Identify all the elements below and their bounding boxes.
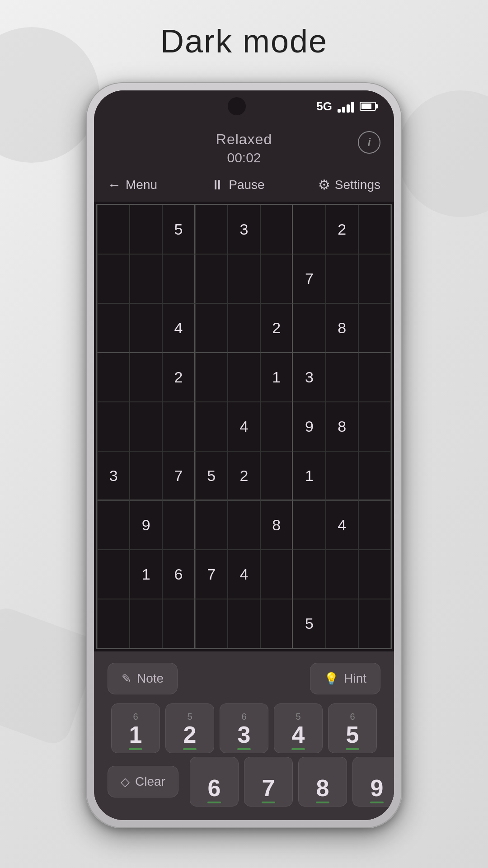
sudoku-cell[interactable] (293, 205, 325, 254)
sudoku-cell[interactable]: 3 (228, 205, 260, 254)
sudoku-cell[interactable] (358, 451, 391, 500)
sudoku-cell[interactable] (97, 254, 130, 303)
sudoku-cell[interactable]: 5 (195, 451, 228, 500)
sudoku-cell[interactable]: 7 (293, 254, 325, 303)
menu-button[interactable]: ← Menu (108, 177, 157, 193)
sudoku-cell[interactable] (326, 353, 358, 402)
sudoku-cell[interactable]: 2 (260, 303, 293, 353)
sudoku-cell[interactable]: 8 (260, 500, 293, 550)
sudoku-cell[interactable]: 3 (293, 353, 325, 402)
sudoku-cell[interactable] (162, 599, 195, 648)
number-btn-1[interactable]: 6 1 (111, 703, 160, 753)
sudoku-cell[interactable] (130, 402, 162, 451)
sudoku-cell[interactable] (326, 599, 358, 648)
number-btn-4[interactable]: 5 4 (274, 703, 323, 753)
sudoku-cell[interactable] (358, 402, 391, 451)
sudoku-cell[interactable] (97, 353, 130, 402)
sudoku-cell[interactable] (293, 303, 325, 353)
sudoku-cell[interactable] (358, 550, 391, 599)
sudoku-cell[interactable]: 9 (130, 500, 162, 550)
settings-button[interactable]: ⚙ Settings (318, 177, 380, 193)
sudoku-cell[interactable]: 5 (162, 205, 195, 254)
sudoku-cell[interactable] (130, 353, 162, 402)
sudoku-cell[interactable] (97, 402, 130, 451)
pause-button[interactable]: ⏸ Pause (211, 177, 264, 193)
sudoku-cell[interactable] (195, 254, 228, 303)
sudoku-cell[interactable]: 1 (130, 550, 162, 599)
sudoku-cell[interactable] (97, 500, 130, 550)
sudoku-cell[interactable]: 2 (326, 205, 358, 254)
cell-number: 8 (338, 319, 346, 337)
sudoku-cell[interactable] (130, 599, 162, 648)
hint-button[interactable]: 💡 Hint (310, 663, 380, 694)
sudoku-cell[interactable] (97, 303, 130, 353)
info-button[interactable]: i (358, 131, 380, 154)
sudoku-cell[interactable]: 1 (260, 353, 293, 402)
number-btn-2[interactable]: 5 2 (165, 703, 214, 753)
sudoku-cell[interactable] (97, 599, 130, 648)
sudoku-cell[interactable]: 9 (293, 402, 325, 451)
sudoku-cell[interactable] (260, 451, 293, 500)
sudoku-cell[interactable] (228, 254, 260, 303)
sudoku-cell[interactable]: 4 (228, 550, 260, 599)
sudoku-cell[interactable]: 2 (228, 451, 260, 500)
clear-button[interactable]: ◇ Clear (108, 766, 178, 797)
sudoku-cell[interactable]: 4 (326, 500, 358, 550)
sudoku-cell[interactable] (260, 402, 293, 451)
sudoku-cell[interactable] (260, 550, 293, 599)
sudoku-cell[interactable]: 8 (326, 402, 358, 451)
sudoku-cell[interactable] (293, 500, 325, 550)
note-button[interactable]: ✎ Note (108, 663, 178, 694)
sudoku-cell[interactable] (358, 500, 391, 550)
sudoku-cell[interactable] (260, 254, 293, 303)
sudoku-cell[interactable] (195, 353, 228, 402)
sudoku-cell[interactable]: 6 (162, 550, 195, 599)
sudoku-cell[interactable] (326, 451, 358, 500)
cell-number: 3 (305, 368, 314, 386)
sudoku-cell[interactable] (260, 599, 293, 648)
number-btn-9[interactable]: 9 (352, 757, 394, 807)
sudoku-cell[interactable] (358, 353, 391, 402)
sudoku-cell[interactable]: 7 (162, 451, 195, 500)
sudoku-cell[interactable] (326, 550, 358, 599)
number-btn-3[interactable]: 6 3 (220, 703, 268, 753)
sudoku-cell[interactable]: 1 (293, 451, 325, 500)
sudoku-cell[interactable] (326, 254, 358, 303)
sudoku-cell[interactable] (293, 550, 325, 599)
sudoku-cell[interactable] (358, 303, 391, 353)
sudoku-cell[interactable] (228, 303, 260, 353)
sudoku-cell[interactable] (195, 205, 228, 254)
number-btn-8[interactable]: 8 (298, 757, 347, 807)
sudoku-cell[interactable] (97, 205, 130, 254)
sudoku-cell[interactable]: 5 (293, 599, 325, 648)
sudoku-cell[interactable] (260, 205, 293, 254)
sudoku-cell[interactable] (130, 254, 162, 303)
sudoku-cell[interactable] (162, 402, 195, 451)
sudoku-cell[interactable]: 3 (97, 451, 130, 500)
sudoku-cell[interactable] (358, 254, 391, 303)
sudoku-cell[interactable]: 2 (162, 353, 195, 402)
sudoku-cell[interactable]: 8 (326, 303, 358, 353)
sudoku-cell[interactable] (162, 254, 195, 303)
number-btn-7[interactable]: 7 (244, 757, 293, 807)
number-btn-5[interactable]: 6 5 (328, 703, 377, 753)
sudoku-cell[interactable] (228, 500, 260, 550)
sudoku-cell[interactable]: 4 (228, 402, 260, 451)
sudoku-cell[interactable] (130, 205, 162, 254)
sudoku-cell[interactable]: 4 (162, 303, 195, 353)
sudoku-cell[interactable] (130, 303, 162, 353)
sudoku-cell[interactable] (358, 205, 391, 254)
number-btn-main-3: 3 (238, 723, 251, 746)
sudoku-cell[interactable] (130, 451, 162, 500)
sudoku-cell[interactable] (358, 599, 391, 648)
sudoku-cell[interactable] (228, 353, 260, 402)
sudoku-cell[interactable] (195, 303, 228, 353)
sudoku-cell[interactable] (195, 599, 228, 648)
sudoku-cell[interactable] (162, 500, 195, 550)
sudoku-cell[interactable]: 7 (195, 550, 228, 599)
sudoku-cell[interactable] (97, 550, 130, 599)
sudoku-cell[interactable] (195, 402, 228, 451)
sudoku-cell[interactable] (195, 500, 228, 550)
number-btn-6[interactable]: 6 (190, 757, 239, 807)
sudoku-cell[interactable] (228, 599, 260, 648)
